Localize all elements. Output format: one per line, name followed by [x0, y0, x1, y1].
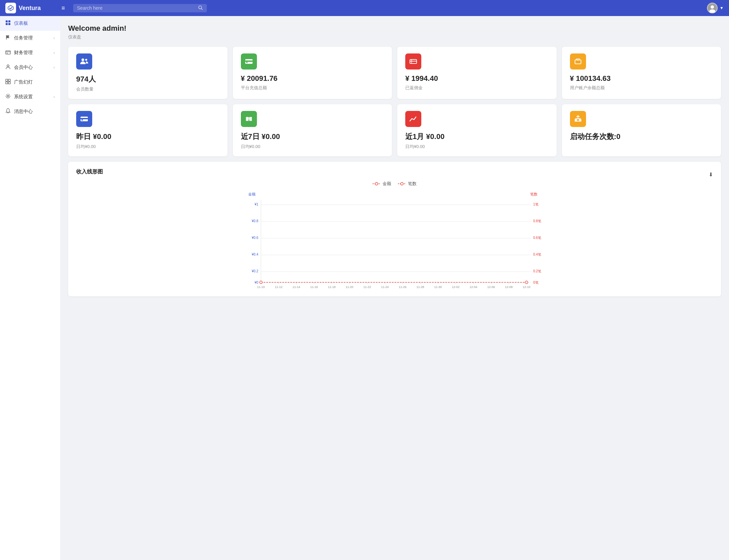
sidebar-item-finance[interactable]: 财务管理 › [0, 45, 60, 60]
sidebar: 仪表板 任务管理 › 财务管理 › [0, 16, 60, 560]
stat-icon-cashback [405, 53, 421, 69]
svg-point-33 [577, 119, 579, 121]
chevron-right-icon2: › [53, 50, 55, 55]
stats-row-1: 974人 会员数量 ¥ 20091.76 平台充值总额 [68, 47, 721, 99]
svg-text:11-10: 11-10 [257, 285, 265, 289]
page-title: Welcome admin! [68, 24, 721, 33]
search-input[interactable] [77, 5, 195, 11]
svg-rect-6 [8, 20, 10, 22]
svg-text:¥0: ¥0 [254, 281, 259, 284]
svg-rect-5 [6, 20, 8, 22]
svg-text:11-28: 11-28 [416, 285, 424, 289]
user-avatar-button[interactable]: ▼ [707, 3, 724, 13]
sidebar-item-adlight[interactable]: 广告幻灯 [0, 75, 60, 90]
svg-text:笔数: 笔数 [530, 192, 538, 196]
chart-title: 收入线形图 [76, 168, 103, 175]
svg-text:11-18: 11-18 [328, 285, 335, 289]
app-body: 仪表板 任务管理 › 财务管理 › [0, 16, 729, 560]
svg-text:11-20: 11-20 [345, 285, 353, 289]
sidebar-item-member[interactable]: 会员中心 › [0, 60, 60, 75]
stat-value-members: 974人 [76, 74, 220, 84]
chart-svg: 金额 笔数 ¥1 ¥0.8 ¥0.6 ¥0.4 ¥0.2 ¥0 1笔 0.8笔 … [76, 189, 713, 290]
svg-text:12-06: 12-06 [487, 285, 495, 289]
flag-icon [5, 35, 11, 41]
stat-card-yesterday: 昨日 ¥0.00 日均¥0.00 [68, 104, 228, 156]
svg-rect-7 [6, 23, 8, 25]
stat-label-yesterday: 日均¥0.00 [76, 144, 220, 150]
stat-icon-members [76, 53, 92, 69]
svg-text:¥0.2: ¥0.2 [252, 269, 259, 273]
svg-point-92 [525, 281, 528, 284]
stat-icon-week7 [241, 111, 257, 127]
stat-icon-recharge [241, 53, 257, 69]
stat-icon-month1 [405, 111, 421, 127]
svg-text:0.6笔: 0.6笔 [533, 236, 541, 240]
navbar: Ventura ≡ ▼ [0, 0, 729, 16]
stat-value-month1: 近1月 ¥0.00 [405, 132, 549, 142]
svg-text:12-08: 12-08 [505, 285, 513, 289]
brand: Ventura [5, 3, 59, 13]
svg-rect-13 [8, 79, 10, 81]
search-bar[interactable] [73, 4, 207, 12]
avatar-chevron-icon: ▼ [720, 6, 724, 10]
sidebar-label-adlight: 广告幻灯 [14, 79, 55, 85]
stat-label-week7: 日均¥0.00 [241, 144, 384, 150]
stat-card-tasks: 启动任务次数:0 [562, 104, 721, 156]
svg-text:¥0.4: ¥0.4 [252, 253, 259, 256]
stat-label-recharge: 平台充值总额 [241, 85, 384, 91]
menu-toggle-button[interactable]: ≡ [59, 3, 68, 13]
chart-container: 金额 笔数 ¥1 ¥0.8 ¥0.6 ¥0.4 ¥0.2 ¥0 1笔 0.8笔 … [76, 189, 713, 290]
sidebar-item-dashboard[interactable]: 仪表板 [0, 16, 60, 31]
avatar [707, 3, 718, 13]
svg-rect-12 [6, 79, 8, 81]
stats-row-2: 昨日 ¥0.00 日均¥0.00 近7日 ¥0.00 日均¥0.00 [68, 104, 721, 156]
stat-value-cashback: ¥ 1994.40 [405, 74, 549, 83]
download-button[interactable]: ⬇ [709, 171, 713, 178]
svg-rect-14 [6, 82, 8, 84]
user-icon [5, 64, 11, 71]
chevron-right-icon4: › [53, 95, 55, 99]
sidebar-item-task[interactable]: 任务管理 › [0, 31, 60, 45]
svg-point-29 [82, 119, 83, 121]
gear-icon [5, 94, 11, 100]
stat-card-month1: 近1月 ¥0.00 日均¥0.00 [397, 104, 557, 156]
svg-text:1笔: 1笔 [533, 202, 539, 206]
svg-text:¥0.6: ¥0.6 [252, 236, 259, 240]
svg-text:¥1: ¥1 [254, 202, 259, 206]
stat-label-members: 会员数量 [76, 86, 220, 92]
grid-icon [5, 79, 11, 86]
chevron-right-icon3: › [53, 65, 55, 70]
svg-rect-20 [245, 60, 253, 62]
stat-card-cashback: ¥ 1994.40 已返佣金 [397, 47, 557, 99]
svg-text:¥0.8: ¥0.8 [252, 219, 259, 223]
svg-text:11-30: 11-30 [434, 285, 442, 289]
svg-rect-25 [575, 60, 581, 64]
stat-icon-tasks [570, 111, 586, 127]
svg-point-18 [85, 59, 87, 61]
svg-text:0.8笔: 0.8笔 [533, 219, 541, 223]
svg-text:11-24: 11-24 [381, 285, 389, 289]
svg-point-16 [7, 96, 9, 97]
stat-card-recharge: ¥ 20091.76 平台充值总额 [233, 47, 392, 99]
sidebar-item-message[interactable]: 消息中心 [0, 104, 60, 119]
stat-card-balance: ¥ 100134.63 用户账户余额总额 [562, 47, 721, 99]
bank-icon [5, 49, 11, 56]
legend-count: 笔数 [398, 181, 417, 187]
svg-point-21 [246, 62, 248, 63]
stat-value-yesterday: 昨日 ¥0.00 [76, 132, 220, 142]
brand-logo [5, 3, 16, 13]
svg-point-17 [82, 58, 84, 61]
svg-text:11-14: 11-14 [292, 285, 300, 289]
svg-rect-28 [81, 118, 88, 119]
legend-amount: 金额 [373, 181, 391, 187]
stat-icon-yesterday [76, 111, 92, 127]
svg-point-3 [711, 5, 714, 9]
stat-value-balance: ¥ 100134.63 [570, 74, 713, 83]
brand-name: Ventura [19, 5, 41, 12]
svg-text:11-22: 11-22 [363, 285, 371, 289]
svg-text:0.4笔: 0.4笔 [533, 253, 541, 256]
stat-value-tasks: 启动任务次数:0 [570, 132, 713, 142]
svg-text:11-26: 11-26 [399, 285, 406, 289]
sidebar-label-task: 任务管理 [14, 35, 50, 41]
sidebar-item-settings[interactable]: 系统设置 › [0, 90, 60, 104]
